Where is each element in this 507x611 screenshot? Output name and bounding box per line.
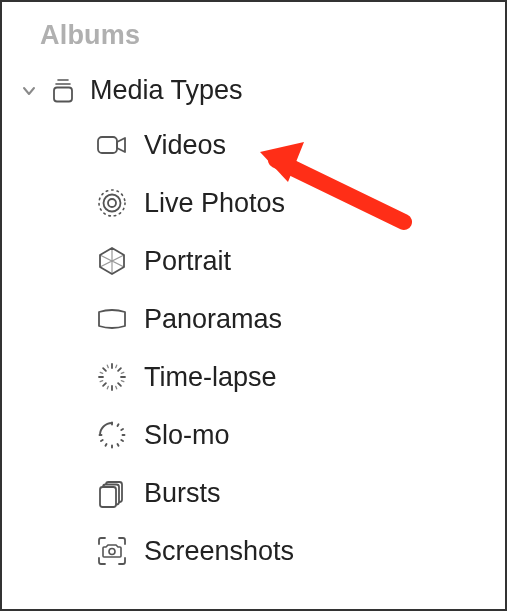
item-label: Screenshots bbox=[144, 536, 294, 567]
svg-line-28 bbox=[118, 444, 119, 446]
sidebar-item-live-photos[interactable]: Live Photos bbox=[2, 174, 505, 232]
svg-line-20 bbox=[121, 381, 124, 382]
svg-line-13 bbox=[118, 368, 121, 371]
stack-icon bbox=[48, 76, 78, 106]
item-label: Live Photos bbox=[144, 188, 285, 219]
svg-line-27 bbox=[121, 440, 123, 441]
svg-line-31 bbox=[101, 440, 103, 441]
live-photos-icon bbox=[94, 185, 130, 221]
sidebar-item-slo-mo[interactable]: Slo-mo bbox=[2, 406, 505, 464]
svg-line-19 bbox=[121, 372, 124, 373]
item-label: Portrait bbox=[144, 246, 231, 277]
bursts-icon bbox=[94, 475, 130, 511]
sidebar-item-time-lapse[interactable]: Time-lapse bbox=[2, 348, 505, 406]
item-label: Bursts bbox=[144, 478, 221, 509]
item-label: Videos bbox=[144, 130, 226, 161]
sidebar-item-portrait[interactable]: Portrait bbox=[2, 232, 505, 290]
portrait-icon bbox=[94, 243, 130, 279]
sidebar-item-bursts[interactable]: Bursts bbox=[2, 464, 505, 522]
svg-line-24 bbox=[118, 424, 119, 426]
svg-rect-2 bbox=[54, 87, 72, 101]
svg-line-22 bbox=[116, 386, 117, 389]
svg-line-25 bbox=[121, 429, 123, 430]
svg-point-4 bbox=[108, 199, 116, 207]
group-label: Media Types bbox=[90, 75, 243, 106]
sidebar: Albums Media Types Videos bbox=[0, 0, 507, 611]
chevron-down-icon bbox=[20, 82, 38, 100]
screenshots-icon bbox=[94, 533, 130, 569]
svg-line-18 bbox=[100, 381, 103, 382]
svg-rect-3 bbox=[98, 137, 117, 153]
svg-point-36 bbox=[109, 549, 115, 555]
sidebar-item-panoramas[interactable]: Panoramas bbox=[2, 290, 505, 348]
svg-line-17 bbox=[100, 372, 103, 373]
sidebar-item-videos[interactable]: Videos bbox=[2, 116, 505, 174]
section-header-albums: Albums bbox=[2, 20, 505, 69]
svg-line-15 bbox=[107, 365, 108, 368]
svg-point-5 bbox=[104, 195, 121, 212]
video-icon bbox=[94, 127, 130, 163]
svg-line-14 bbox=[103, 383, 106, 386]
item-label: Time-lapse bbox=[144, 362, 277, 393]
item-label: Slo-mo bbox=[144, 420, 230, 451]
svg-rect-35 bbox=[100, 487, 116, 507]
time-lapse-icon bbox=[94, 359, 130, 395]
sidebar-item-screenshots[interactable]: Screenshots bbox=[2, 522, 505, 580]
slo-mo-icon bbox=[94, 417, 130, 453]
item-label: Panoramas bbox=[144, 304, 282, 335]
svg-line-30 bbox=[106, 444, 107, 446]
svg-line-12 bbox=[118, 383, 121, 386]
svg-line-21 bbox=[107, 386, 108, 389]
sidebar-group-media-types[interactable]: Media Types bbox=[2, 69, 505, 116]
svg-line-11 bbox=[103, 368, 106, 371]
panoramas-icon bbox=[94, 301, 130, 337]
svg-line-16 bbox=[116, 365, 117, 368]
